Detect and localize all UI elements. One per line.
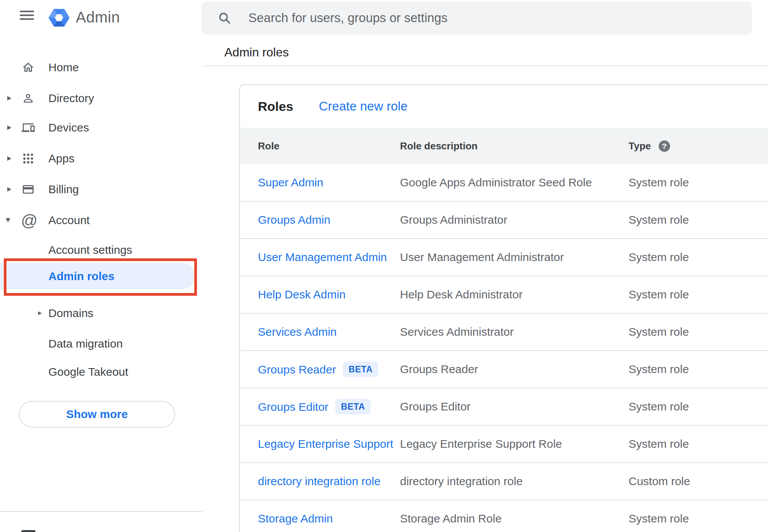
- page-title: Roles: [258, 99, 293, 114]
- sidebar-item-google-takeout[interactable]: Google Takeout: [0, 363, 202, 381]
- role-type: System role: [629, 437, 689, 450]
- sidebar-item-data-migration[interactable]: Data migration: [0, 335, 202, 353]
- sidebar-item-home[interactable]: Home: [0, 58, 202, 77]
- sidebar-item-devices[interactable]: Devices: [0, 119, 202, 137]
- role-description: Google Apps Administrator Seed Role: [400, 176, 592, 189]
- table-row: Groups Reader BETA Groups Reader System …: [240, 351, 768, 388]
- chevron-down-icon: [6, 218, 10, 223]
- chevron-right-icon: [7, 156, 11, 161]
- role-type: System role: [629, 363, 689, 376]
- role-link[interactable]: Groups Reader: [258, 363, 336, 376]
- roles-card-header: Roles Create new role: [240, 85, 768, 128]
- help-icon[interactable]: ?: [659, 140, 670, 152]
- sidebar-item-label: Home: [48, 61, 79, 74]
- beta-badge: BETA: [335, 399, 371, 415]
- role-description: Help Desk Administrator: [400, 288, 523, 301]
- devices-icon: [22, 121, 35, 134]
- table-row: Storage Admin Storage Admin Role System …: [240, 500, 768, 532]
- role-description: Groups Administrator: [400, 213, 507, 226]
- chevron-right-icon: [7, 125, 11, 130]
- role-link[interactable]: Legacy Enterprise Support: [258, 437, 393, 450]
- sidebar-item-account[interactable]: @ Account: [0, 211, 202, 229]
- table-row: Legacy Enterprise Support Legacy Enterpr…: [240, 426, 768, 463]
- sidebar-item-label: Billing: [48, 183, 79, 196]
- roles-card: Roles Create new role Role Role descript…: [239, 84, 768, 532]
- hamburger-menu-icon[interactable]: [20, 11, 34, 21]
- table-row: Groups Admin Groups Administrator System…: [240, 202, 768, 239]
- admin-logo-icon: [48, 7, 70, 27]
- role-type: Custom role: [629, 475, 690, 488]
- sidebar-item-directory[interactable]: Directory: [0, 89, 202, 107]
- role-description: Groups Editor: [400, 400, 470, 413]
- person-icon: [22, 92, 35, 105]
- role-description: Storage Admin Role: [400, 512, 502, 525]
- table-header-row: Role Role description Type ?: [240, 128, 768, 164]
- search-icon: [218, 11, 231, 25]
- chevron-right-icon: [7, 96, 11, 101]
- role-link[interactable]: Storage Admin: [258, 512, 333, 525]
- role-type: System role: [629, 213, 689, 226]
- table-row: Super Admin Google Apps Administrator Se…: [240, 164, 768, 202]
- sidebar-item-domains[interactable]: Domains: [0, 304, 202, 322]
- table-row: Services Admin Services Administrator Sy…: [240, 314, 768, 351]
- breadcrumb: Admin roles: [224, 45, 289, 59]
- table-row: Groups Editor BETA Groups Editor System …: [240, 388, 768, 426]
- credit-card-icon: [22, 183, 35, 196]
- role-type: System role: [629, 325, 689, 338]
- table-row: Help Desk Admin Help Desk Administrator …: [240, 276, 768, 314]
- sidebar-item-label-active: Admin roles: [48, 270, 114, 283]
- role-link[interactable]: Services Admin: [258, 325, 337, 338]
- sidebar-item-label: Directory: [48, 92, 94, 105]
- sidebar-item-apps[interactable]: Apps: [0, 149, 202, 168]
- chevron-right-icon: [38, 311, 42, 315]
- show-more-button[interactable]: Show more: [19, 401, 175, 428]
- table-row: directory integration role directory int…: [240, 463, 768, 500]
- role-link-with-badge[interactable]: Groups Reader BETA: [258, 362, 378, 377]
- sidebar-item-label: Domains: [48, 307, 93, 320]
- search-input[interactable]: Search for users, groups or settings: [202, 2, 752, 34]
- role-type: System role: [629, 176, 689, 189]
- search-placeholder: Search for users, groups or settings: [248, 11, 448, 25]
- role-type: System role: [629, 288, 689, 301]
- admin-logo-text: Admin: [76, 9, 120, 26]
- role-type: System role: [629, 512, 689, 525]
- sidebar-item-admin-roles[interactable]: Admin roles: [0, 263, 195, 289]
- role-type: System role: [629, 251, 689, 264]
- sidebar-item-label: Account settings: [48, 244, 132, 256]
- sidebar-item-label: Devices: [48, 121, 89, 134]
- role-description: directory integration role: [400, 475, 523, 488]
- sidebar-item-label: Apps: [48, 152, 74, 165]
- sidebar-item-label: Account: [48, 214, 90, 227]
- create-new-role-link[interactable]: Create new role: [319, 99, 408, 114]
- sidebar-item-label: Google Takeout: [48, 365, 128, 378]
- role-link[interactable]: Groups Admin: [258, 213, 330, 226]
- role-description: Legacy Enterprise Support Role: [400, 437, 562, 450]
- home-icon: [22, 61, 35, 74]
- role-description: User Management Administrator: [400, 251, 564, 264]
- column-header-description: Role description: [400, 140, 478, 152]
- sidebar: Admin Home Directory Devices Apps: [0, 0, 202, 532]
- role-link[interactable]: Groups Editor: [258, 400, 328, 413]
- role-link-with-badge[interactable]: Groups Editor BETA: [258, 399, 371, 415]
- sidebar-divider: [0, 511, 202, 512]
- role-link[interactable]: Super Admin: [258, 176, 323, 189]
- role-link[interactable]: directory integration role: [258, 475, 381, 488]
- role-description: Services Administrator: [400, 325, 514, 338]
- breadcrumb-divider: [202, 66, 768, 66]
- column-header-role: Role: [258, 140, 279, 152]
- role-description: Groups Reader: [400, 363, 478, 376]
- column-header-type: Type ?: [629, 140, 670, 152]
- clipped-bottom-icon: [21, 530, 35, 532]
- sidebar-item-label: Data migration: [48, 337, 123, 350]
- role-link[interactable]: User Management Admin: [258, 251, 387, 264]
- table-row: User Management Admin User Management Ad…: [240, 239, 768, 276]
- role-link[interactable]: Help Desk Admin: [258, 288, 346, 301]
- column-header-type-label: Type: [629, 140, 651, 152]
- sidebar-item-billing[interactable]: Billing: [0, 180, 202, 199]
- apps-grid-icon: [22, 152, 35, 165]
- beta-badge: BETA: [343, 362, 378, 377]
- at-sign-icon: @: [21, 212, 38, 229]
- chevron-right-icon: [7, 187, 11, 192]
- sidebar-item-account-settings[interactable]: Account settings: [0, 241, 202, 259]
- role-type: System role: [629, 400, 689, 413]
